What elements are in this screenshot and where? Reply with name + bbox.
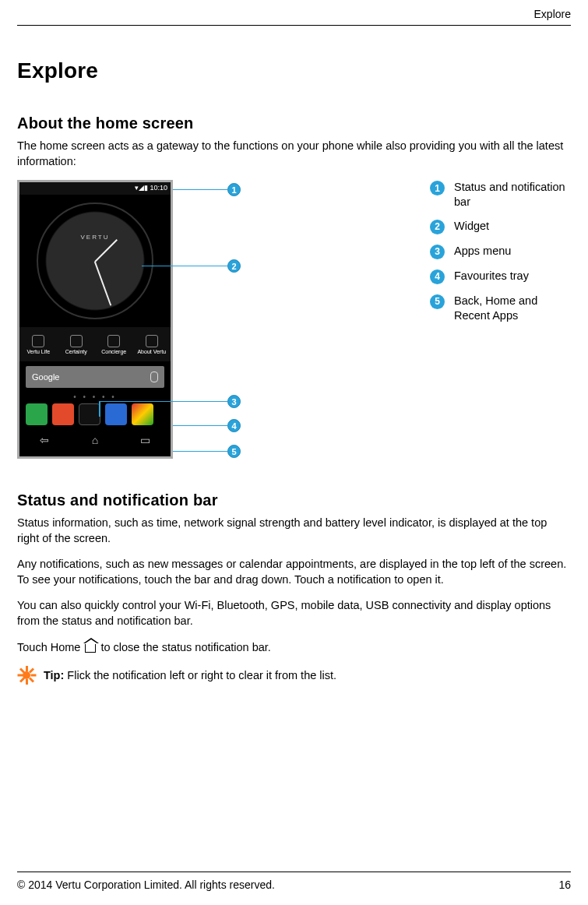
page-indicator: • • • • •	[19, 393, 171, 400]
fav-chrome-icon	[132, 403, 153, 425]
footer-page-number: 16	[558, 879, 571, 891]
legend-item-3: 3 Apps menu	[430, 244, 571, 259]
legend-item-5: 5 Back, Home and Recent Apps	[430, 294, 571, 323]
google-search-bar: Google	[26, 366, 164, 388]
favourites-tray	[19, 400, 171, 428]
tip-text: Tip: Flick the notification left or righ…	[44, 669, 336, 681]
legend-label-4: Favourites tray	[454, 269, 529, 283]
fav-phone-icon	[26, 403, 48, 425]
mic-icon	[150, 372, 158, 382]
legend-num-2: 2	[430, 220, 445, 234]
footer-copyright: © 2014 Vertu Corporation Limited. All ri…	[17, 879, 275, 891]
tip-icon	[17, 666, 36, 685]
running-header: Explore	[17, 8, 571, 25]
legend-label-5: Back, Home and Recent Apps	[454, 294, 571, 323]
tip-label: Tip:	[44, 669, 67, 681]
tip-block: Tip: Flick the notification left or righ…	[17, 666, 571, 685]
callout-line-4	[173, 425, 227, 426]
search-label: Google	[32, 372, 59, 382]
legend-num-4: 4	[430, 269, 445, 284]
section-statusbar-p2: Any notifications, such as new messages …	[17, 557, 571, 587]
legend-num-3: 3	[430, 245, 445, 259]
legend-label-1: Status and notification bar	[454, 180, 571, 210]
section-statusbar-p1: Status information, such as time, networ…	[17, 516, 571, 546]
tip-body: Flick the notification left or right to …	[67, 669, 336, 681]
legend-item-1: 1 Status and notification bar	[430, 180, 571, 210]
shortcut-vertu-life: Vertu Life	[19, 327, 58, 361]
phone-status-bar: ▾◢▮ 10:10	[19, 182, 171, 195]
callout-line-1	[173, 189, 227, 190]
callout-num-4: 4	[227, 419, 241, 432]
shortcut-certainty: Certainty	[58, 327, 96, 361]
homescreen-figure: ▾◢▮ 10:10 VERTU Vertu Life Certainty Con…	[17, 180, 243, 468]
page-footer: © 2014 Vertu Corporation Limited. All ri…	[17, 872, 571, 891]
section-statusbar-title: Status and notification bar	[17, 491, 571, 509]
shortcut-about-vertu: About Vertu	[133, 327, 171, 361]
legend-num-1: 1	[430, 181, 445, 195]
fav-messages-icon	[52, 403, 74, 425]
system-nav-bar: ⇦ ⌂ ▭	[19, 428, 171, 452]
nav-back-icon: ⇦	[19, 434, 70, 446]
chapter-title: Explore	[17, 58, 571, 83]
section-statusbar-p4: Touch Home to close the status notificat…	[17, 640, 571, 656]
clock-brand: VERTU	[38, 234, 152, 241]
legend-item-2: 2 Widget	[430, 219, 571, 234]
legend-label-3: Apps menu	[454, 244, 511, 259]
nav-recent-icon: ▭	[120, 434, 171, 446]
legend-label-2: Widget	[454, 219, 489, 234]
phone-mockup: ▾◢▮ 10:10 VERTU Vertu Life Certainty Con…	[17, 180, 173, 459]
callout-num-1: 1	[227, 183, 241, 196]
p4-part-b: to close the status notification bar.	[97, 641, 270, 653]
callout-drop-3	[99, 401, 100, 417]
section-about-title: About the home screen	[17, 114, 571, 132]
section-statusbar-p3: You can also quickly control your Wi-Fi,…	[17, 598, 571, 629]
clock-widget: VERTU	[19, 195, 171, 327]
apps-menu-icon	[79, 403, 100, 425]
status-time: 10:10	[150, 184, 167, 192]
legend-num-5: 5	[430, 294, 445, 309]
callout-num-3: 3	[227, 395, 241, 408]
callout-line-3	[99, 401, 227, 402]
callout-line-2	[142, 266, 227, 266]
header-rule	[17, 25, 571, 26]
nav-home-icon: ⌂	[70, 434, 121, 446]
p4-part-a: Touch Home	[17, 641, 83, 653]
fav-email-icon	[105, 403, 127, 425]
status-icons: ▾◢▮	[135, 184, 148, 192]
footer-rule	[17, 872, 571, 872]
legend-item-4: 4 Favourites tray	[430, 269, 571, 284]
figure-legend: 1 Status and notification bar 2 Widget 3…	[290, 180, 571, 332]
section-about-intro: The home screen acts as a gateway to the…	[17, 139, 571, 169]
shortcut-concierge: Concierge	[95, 327, 133, 361]
home-icon	[85, 643, 96, 653]
callout-line-5	[173, 451, 227, 452]
callout-num-2: 2	[227, 259, 241, 273]
callout-num-5: 5	[227, 445, 241, 458]
shortcut-row: Vertu Life Certainty Concierge About Ver…	[19, 327, 171, 361]
